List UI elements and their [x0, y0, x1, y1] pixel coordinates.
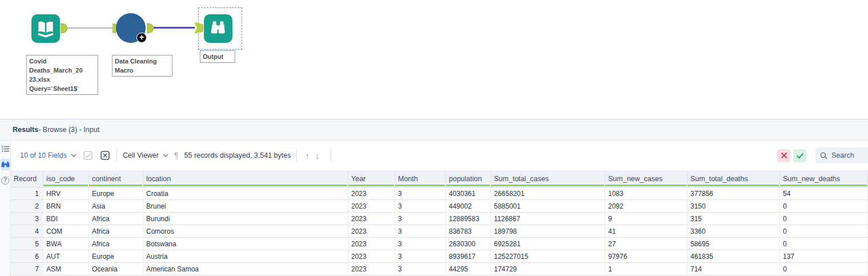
data-view-binoculars-icon[interactable] [1, 159, 10, 170]
table-cell[interactable]: 2023 [348, 225, 395, 238]
table-cell[interactable]: 2023 [348, 200, 395, 213]
table-cell[interactable]: 189798 [491, 225, 605, 238]
table-cell[interactable]: BRN [43, 200, 89, 213]
column-header-sum-total-cases[interactable]: Sum_total_cases [491, 170, 605, 187]
table-cell[interactable]: 461835 [688, 250, 780, 263]
table-cell[interactable]: 44295 [446, 263, 491, 275]
table-cell[interactable]: 315 [688, 213, 780, 225]
table-cell[interactable]: 2023 [348, 263, 395, 275]
column-header-continent[interactable]: continent [89, 170, 143, 187]
whitespace-toggle-icon[interactable]: ¶ [174, 151, 179, 160]
table-cell[interactable]: HRV [43, 187, 89, 200]
macro-output-anchor[interactable] [147, 23, 154, 33]
table-cell[interactable]: Burundi [143, 213, 348, 225]
table-cell[interactable]: 3150 [688, 200, 780, 213]
table-cell[interactable]: 174729 [491, 263, 605, 275]
record-number-cell[interactable]: 1 [11, 187, 43, 200]
table-cell[interactable]: 8939617 [446, 250, 491, 263]
table-cell[interactable]: American Samoa [143, 263, 348, 275]
table-cell[interactable]: 125227015 [491, 250, 605, 263]
table-cell[interactable]: 41 [605, 225, 688, 238]
table-cell[interactable]: 3 [395, 250, 446, 263]
table-cell[interactable]: 3 [395, 213, 446, 225]
column-header-record[interactable]: Record [11, 170, 43, 187]
record-number-cell[interactable]: 3 [11, 213, 43, 225]
table-cell[interactable]: 6925281 [491, 238, 605, 250]
table-cell[interactable]: 26658201 [491, 187, 605, 200]
table-cell[interactable]: 2092 [605, 200, 688, 213]
table-cell[interactable]: 0 [780, 200, 868, 213]
table-cell[interactable]: 0 [780, 263, 868, 275]
table-cell[interactable]: Brunei [143, 200, 348, 213]
cell-viewer-dropdown[interactable]: Cell Viewer [123, 151, 168, 159]
table-cell[interactable]: 0 [780, 213, 868, 225]
table-cell[interactable]: 12889583 [446, 213, 491, 225]
record-number-cell[interactable]: 7 [11, 263, 43, 275]
help-icon[interactable]: ? [1, 175, 10, 185]
table-cell[interactable]: 1 [605, 263, 688, 275]
table-cell[interactable]: 3 [395, 238, 446, 250]
record-number-cell[interactable]: 2 [11, 200, 43, 213]
table-cell[interactable]: 54 [780, 187, 868, 200]
search-input[interactable] [831, 151, 868, 159]
input-data-tool[interactable] [31, 14, 60, 43]
column-header-year[interactable]: Year [348, 170, 395, 187]
table-cell[interactable]: Europe [89, 250, 143, 263]
table-cell[interactable]: 9 [605, 213, 688, 225]
table-cell[interactable]: 58695 [688, 238, 780, 250]
table-cell[interactable]: 449002 [446, 200, 491, 213]
table-cell[interactable]: 1083 [605, 187, 688, 200]
table-cell[interactable]: Africa [89, 213, 143, 225]
table-cell[interactable]: 2630300 [446, 238, 491, 250]
table-cell[interactable]: Oceania [89, 263, 143, 275]
table-cell[interactable]: Comoros [143, 225, 348, 238]
table-cell[interactable]: 3 [395, 225, 446, 238]
table-cell[interactable]: Croatia [143, 187, 348, 200]
table-cell[interactable]: 714 [688, 263, 780, 275]
table-cell[interactable]: 4030361 [446, 187, 491, 200]
record-number-cell[interactable]: 6 [11, 250, 43, 263]
cancel-button[interactable] [777, 149, 790, 162]
column-header-sum-new-deaths[interactable]: Sum_new_deaths [780, 170, 868, 187]
table-cell[interactable]: 2023 [348, 187, 395, 200]
search-box[interactable] [815, 147, 868, 163]
column-header-population[interactable]: population [446, 170, 491, 187]
table-cell[interactable]: BDI [43, 213, 89, 225]
metadata-list-icon[interactable] [1, 144, 10, 154]
table-cell[interactable]: BWA [43, 238, 89, 250]
table-cell[interactable]: 0 [780, 225, 868, 238]
table-cell[interactable]: 2023 [348, 213, 395, 225]
record-number-cell[interactable]: 5 [11, 238, 43, 250]
table-cell[interactable]: Botswana [143, 238, 348, 250]
table-cell[interactable]: 2023 [348, 250, 395, 263]
column-header-location[interactable]: location [143, 170, 348, 187]
column-header-month[interactable]: Month [395, 170, 446, 187]
table-cell[interactable]: 2023 [348, 238, 395, 250]
table-cell[interactable]: Asia [89, 200, 143, 213]
connection-input-to-macro[interactable] [67, 27, 112, 29]
table-cell[interactable]: 0 [780, 238, 868, 250]
apply-button[interactable] [793, 149, 806, 162]
column-header-sum-total-deaths[interactable]: Sum_total_deaths [688, 170, 780, 187]
table-cell[interactable]: 3 [395, 263, 446, 275]
table-cell[interactable]: Africa [89, 225, 143, 238]
table-cell[interactable]: 3 [395, 187, 446, 200]
table-cell[interactable]: 377856 [688, 187, 780, 200]
table-cell[interactable]: 3360 [688, 225, 780, 238]
table-cell[interactable]: 137 [780, 250, 868, 263]
fields-dropdown[interactable]: 10 of 10 Fields [20, 151, 77, 159]
table-cell[interactable]: AUT [43, 250, 89, 263]
prev-next-record-arrows[interactable]: ↑↓ [303, 151, 325, 161]
table-cell[interactable]: 3 [395, 200, 446, 213]
column-header-iso-code[interactable]: iso_code [43, 170, 89, 187]
record-number-cell[interactable]: 4 [11, 225, 43, 238]
table-cell[interactable]: 97976 [605, 250, 688, 263]
browse-tool[interactable] [204, 14, 232, 43]
table-cell[interactable]: Africa [89, 238, 143, 250]
table-cell[interactable]: 27 [605, 238, 688, 250]
deselect-fields-icon[interactable] [99, 150, 111, 161]
table-cell[interactable]: 5885001 [491, 200, 605, 213]
connection-macro-to-output[interactable] [154, 27, 195, 29]
column-header-sum-new-cases[interactable]: Sum_new_cases [605, 170, 688, 187]
select-all-checkbox-icon[interactable] [82, 150, 94, 161]
